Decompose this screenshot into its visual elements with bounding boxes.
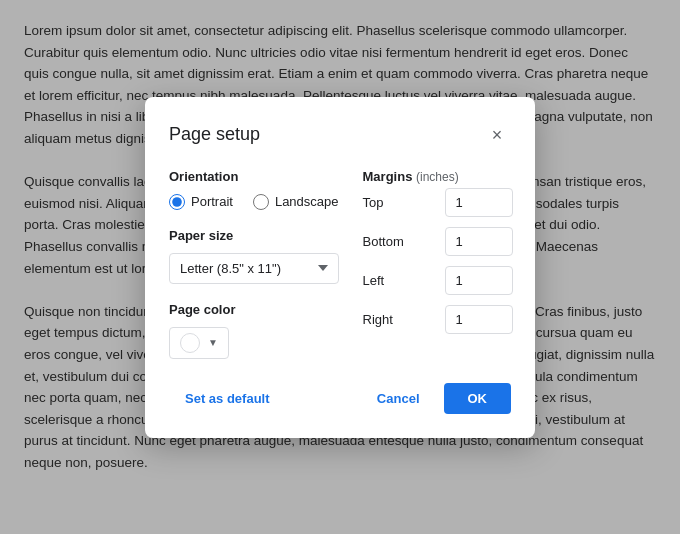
landscape-option[interactable]: Landscape [253,194,339,210]
dialog-header: Page setup × [169,121,511,149]
landscape-radio[interactable] [253,194,269,210]
portrait-label: Portrait [191,194,233,209]
left-margin-row: Left [363,266,513,295]
left-column: Orientation Portrait Landscape Paper siz… [169,169,339,359]
set-as-default-button[interactable]: Set as default [169,383,286,414]
page-color-title: Page color [169,302,339,317]
portrait-radio[interactable] [169,194,185,210]
orientation-options: Portrait Landscape [169,194,339,210]
right-column: Margins (inches) Top Bottom Left Right [363,169,513,359]
cancel-button[interactable]: Cancel [361,383,436,414]
page-color-section: Page color ▼ [169,302,339,359]
orientation-section-title: Orientation [169,169,339,184]
paper-size-title: Paper size [169,228,339,243]
bottom-margin-input[interactable] [445,227,513,256]
close-button[interactable]: × [483,121,511,149]
bottom-margin-label: Bottom [363,234,408,249]
top-margin-input[interactable] [445,188,513,217]
top-margin-label: Top [363,195,408,210]
paper-size-select[interactable]: Letter (8.5" x 11") A4 (8.3" x 11.7") Le… [169,253,339,284]
dialog-body: Orientation Portrait Landscape Paper siz… [169,169,511,359]
left-margin-input[interactable] [445,266,513,295]
portrait-option[interactable]: Portrait [169,194,233,210]
right-margin-row: Right [363,305,513,334]
paper-size-section: Paper size Letter (8.5" x 11") A4 (8.3" … [169,228,339,284]
color-swatch [180,333,200,353]
close-icon: × [492,126,503,144]
page-color-button[interactable]: ▼ [169,327,229,359]
margins-section-title: Margins (inches) [363,169,513,184]
ok-button[interactable]: OK [444,383,512,414]
bottom-margin-row: Bottom [363,227,513,256]
right-margin-label: Right [363,312,408,327]
top-margin-row: Top [363,188,513,217]
dialog-footer: Set as default Cancel OK [169,383,511,414]
landscape-label: Landscape [275,194,339,209]
right-margin-input[interactable] [445,305,513,334]
dialog-title: Page setup [169,124,260,145]
page-setup-dialog: Page setup × Orientation Portrait Landsc… [145,97,535,438]
margins-unit: (inches) [416,170,459,184]
left-margin-label: Left [363,273,408,288]
modal-overlay: Page setup × Orientation Portrait Landsc… [0,0,680,534]
color-dropdown-arrow: ▼ [208,337,218,348]
